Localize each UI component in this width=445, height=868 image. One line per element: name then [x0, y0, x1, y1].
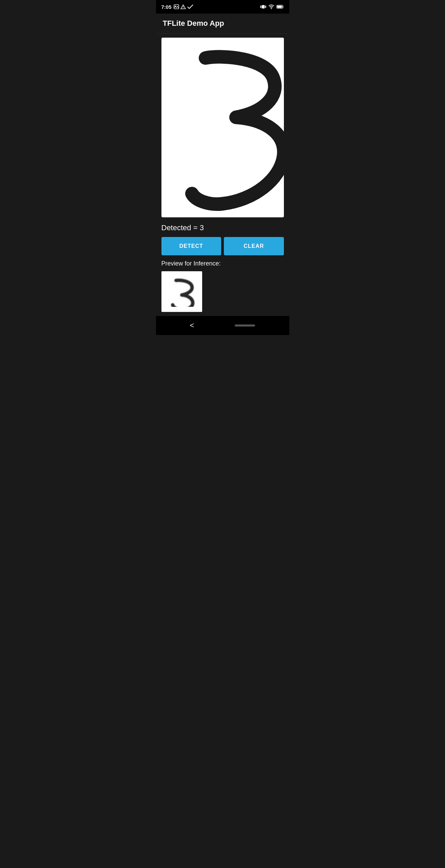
preview-section: Preview for Inference:: [161, 260, 284, 312]
digit-drawing: [161, 38, 284, 217]
home-pill[interactable]: [235, 324, 255, 327]
detect-button[interactable]: DETECT: [161, 237, 221, 255]
vibrate-icon: [260, 4, 266, 9]
status-left: 7:05: [161, 4, 193, 10]
nav-bar: <: [156, 316, 289, 335]
svg-point-3: [183, 8, 183, 8]
status-right: [260, 4, 284, 9]
warning-icon: [180, 4, 186, 9]
svg-rect-4: [262, 5, 265, 8]
main-content: Detected = 3 DETECT CLEAR Preview for In…: [156, 34, 289, 316]
battery-icon: [276, 5, 284, 9]
wifi-icon: [268, 4, 274, 9]
buttons-row: DETECT CLEAR: [161, 237, 284, 255]
image-icon: [174, 4, 179, 9]
status-bar: 7:05: [156, 0, 289, 14]
back-button[interactable]: <: [190, 321, 194, 330]
app-bar: TFLite Demo App: [156, 14, 289, 34]
drawing-canvas[interactable]: [161, 38, 284, 217]
done-icon: [187, 4, 193, 9]
svg-point-9: [271, 8, 272, 9]
status-time: 7:05: [161, 4, 172, 10]
svg-rect-11: [277, 6, 282, 8]
status-icons-left: [174, 4, 193, 9]
preview-label: Preview for Inference:: [161, 260, 284, 267]
detected-result: Detected = 3: [161, 223, 284, 232]
app-title: TFLite Demo App: [163, 19, 224, 27]
preview-digit: [167, 276, 197, 307]
preview-image: [161, 271, 202, 312]
clear-button[interactable]: CLEAR: [224, 237, 284, 255]
